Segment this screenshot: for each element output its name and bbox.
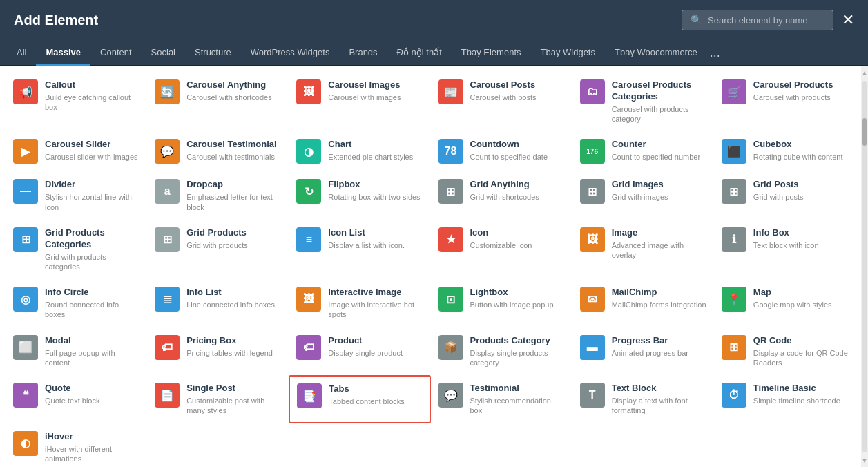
element-card-map[interactable]: 📍MapGoogle map with styles	[714, 279, 856, 327]
chart-desc: Extended pie chart styles	[328, 152, 423, 162]
element-card-quote[interactable]: ❝QuoteQuote text block	[6, 375, 147, 423]
tabs-icon: 📑	[297, 383, 322, 408]
pricing-box-info: Pricing BoxPricing tables with legend	[186, 335, 281, 358]
pricing-box-name: Pricing Box	[186, 335, 281, 347]
element-card-products-category[interactable]: 📦Products CategoryDisplay single product…	[431, 327, 572, 375]
cubebox-name: Cubebox	[753, 139, 848, 151]
info-box-icon: ℹ	[722, 227, 746, 252]
carousel-anything-icon: 🔄	[155, 79, 180, 104]
element-card-grid-anything[interactable]: ⊞Grid AnythingGrid with shortcodes	[431, 171, 572, 219]
element-card-grid-products-categories[interactable]: ⊞Grid Products CategoriesGrid with produ…	[6, 220, 147, 279]
info-circle-name: Info Circle	[45, 287, 139, 298]
grid-posts-name: Grid Posts	[753, 179, 848, 191]
element-card-mailchimp[interactable]: ✉MailChimpMailChimp forms integration	[572, 279, 714, 327]
icon-name: Icon	[470, 227, 565, 239]
ihover-desc: iHover with different animations	[45, 444, 139, 464]
callout-name: Callout	[45, 79, 139, 91]
tab-content[interactable]: Content	[90, 40, 142, 66]
element-card-grid-posts[interactable]: ⊞Grid PostsGrid with posts	[714, 171, 856, 219]
countdown-name: Countdown	[470, 139, 565, 151]
element-card-info-box[interactable]: ℹInfo BoxText block with icon	[714, 220, 856, 279]
scroll-down-arrow[interactable]: ▼	[860, 455, 868, 466]
tab-all[interactable]: All	[7, 40, 36, 66]
element-card-testimonial[interactable]: 💬TestimonialStylish recommendation box	[431, 375, 572, 423]
product-icon: 🏷	[296, 335, 321, 360]
carousel-testimonial-desc: Carousel with testimonials	[186, 152, 281, 162]
element-card-carousel-posts[interactable]: 📰Carousel PostsCarousel with posts	[431, 72, 572, 131]
grid-anything-icon: ⊞	[438, 179, 463, 204]
ihover-name: iHover	[45, 431, 139, 443]
scroll-thumb	[862, 118, 867, 146]
element-card-info-list[interactable]: ≣Info ListLine connected info boxes	[147, 279, 289, 327]
chart-icon: ◑	[296, 139, 321, 164]
search-input[interactable]	[708, 15, 824, 26]
close-button[interactable]: ✕	[842, 12, 854, 28]
carousel-posts-info: Carousel PostsCarousel with posts	[470, 79, 565, 102]
icon-icon: ★	[438, 227, 463, 252]
element-card-counter[interactable]: 176CounterCount to specified number	[572, 131, 714, 171]
products-category-desc: Display single products category	[470, 348, 565, 368]
element-card-chart[interactable]: ◑ChartExtended pie chart styles	[289, 131, 430, 171]
element-card-icon[interactable]: ★IconCustomizable icon	[431, 220, 572, 279]
element-card-grid-products[interactable]: ⊞Grid ProductsGrid with products	[147, 220, 289, 279]
tab-social[interactable]: Social	[142, 40, 185, 66]
element-card-pricing-box[interactable]: 🏷Pricing BoxPricing tables with legend	[147, 327, 289, 375]
info-circle-desc: Round connected info boxes	[45, 300, 139, 320]
element-card-info-circle[interactable]: ◎Info CircleRound connected info boxes	[6, 279, 147, 327]
element-card-interactive-image[interactable]: 🖼Interactive ImageImage with interactive…	[289, 279, 430, 327]
mailchimp-icon: ✉	[580, 287, 605, 312]
lightbox-name: Lightbox	[470, 287, 565, 298]
carousel-testimonial-name: Carousel Testimonial	[186, 139, 281, 151]
info-circle-info: Info CircleRound connected info boxes	[45, 287, 139, 319]
element-card-carousel-testimonial[interactable]: 💬Carousel TestimonialCarousel with testi…	[147, 131, 289, 171]
element-card-carousel-slider[interactable]: ▶Carousel SliderCarousel slider with ima…	[6, 131, 147, 171]
element-card-text-block[interactable]: TText BlockDisplay a text with font form…	[572, 375, 714, 423]
element-card-single-post[interactable]: 📄Single PostCustomizable post with many …	[147, 375, 289, 423]
tab-tbay-widgets[interactable]: Tbay Widgets	[531, 40, 605, 66]
element-card-lightbox[interactable]: ⊡LightboxButton with image popup	[431, 279, 572, 327]
tab-wordpress[interactable]: WordPress Widgets	[241, 40, 340, 66]
element-card-ihover[interactable]: ◐iHoveriHover with different animations	[6, 423, 147, 467]
element-card-image[interactable]: 🖼ImageAdvanced image with overlay	[572, 220, 714, 279]
scrollbar[interactable]: ▲ ▼	[861, 66, 868, 467]
element-card-tabs[interactable]: 📑TabsTabbed content blocks	[289, 375, 430, 423]
countdown-info: CountdownCount to specified date	[470, 139, 565, 162]
element-card-carousel-products-categories[interactable]: 🗂Carousel Products CategoriesCarousel wi…	[572, 72, 714, 131]
tab-tbay-elements[interactable]: Tbay Elements	[452, 40, 531, 66]
tab-massive[interactable]: Massive	[36, 40, 90, 66]
element-card-timeline-basic[interactable]: ⏱Timeline BasicSimple timeline shortcode	[714, 375, 856, 423]
tab-brands[interactable]: Brands	[339, 40, 387, 66]
element-card-modal[interactable]: ⬜ModalFull page popup with content	[6, 327, 147, 375]
search-box[interactable]: 🔍	[682, 10, 833, 30]
more-button[interactable]: ...	[710, 46, 720, 60]
divider-info: DividerStylish horizontal line with icon	[45, 179, 139, 211]
tab-structure[interactable]: Structure	[185, 40, 241, 66]
element-card-divider[interactable]: —DividerStylish horizontal line with ico…	[6, 171, 147, 219]
element-card-cubebox[interactable]: ⬛CubeboxRotating cube with content	[714, 131, 856, 171]
image-icon: 🖼	[580, 227, 605, 252]
element-card-product[interactable]: 🏷ProductDisplay single product	[289, 327, 430, 375]
element-card-qr-code[interactable]: ⊞QR CodeDisplay a code for QR Code Reade…	[714, 327, 856, 375]
scroll-up-arrow[interactable]: ▲	[860, 68, 868, 78]
element-card-countdown[interactable]: 78CountdownCount to specified date	[431, 131, 572, 171]
element-card-progress-bar[interactable]: ▬Progress BarAnimated progress bar	[572, 327, 714, 375]
element-card-dropcap[interactable]: aDropcapEmphasized letter for text block	[147, 171, 289, 219]
flipbox-info: FlipboxRotating box with two sides	[328, 179, 423, 202]
element-card-callout[interactable]: 📢CalloutBuild eye catching callout box	[6, 72, 147, 131]
icon-list-desc: Display a list with icon.	[328, 240, 423, 250]
modal-title: Add Element	[14, 12, 98, 28]
element-card-icon-list[interactable]: ≡Icon ListDisplay a list with icon.	[289, 220, 430, 279]
element-card-carousel-products[interactable]: 🛒Carousel ProductsCarousel with products	[714, 72, 856, 131]
element-card-carousel-anything[interactable]: 🔄Carousel AnythingCarousel with shortcod…	[147, 72, 289, 131]
map-name: Map	[753, 287, 848, 298]
carousel-images-info: Carousel ImagesCarousel with images	[328, 79, 423, 102]
element-card-grid-images[interactable]: ⊞Grid ImagesGrid with images	[572, 171, 714, 219]
text-block-name: Text Block	[612, 383, 706, 394]
tab-donoi[interactable]: Đồ nội thất	[387, 40, 452, 66]
carousel-slider-desc: Carousel slider with images	[45, 152, 139, 162]
element-card-carousel-images[interactable]: 🖼Carousel ImagesCarousel with images	[289, 72, 430, 131]
element-card-flipbox[interactable]: ↻FlipboxRotating box with two sides	[289, 171, 430, 219]
chart-name: Chart	[328, 139, 423, 151]
tab-tbay-woo[interactable]: Tbay Woocommerce	[605, 40, 707, 66]
products-category-info: Products CategoryDisplay single products…	[470, 335, 565, 368]
